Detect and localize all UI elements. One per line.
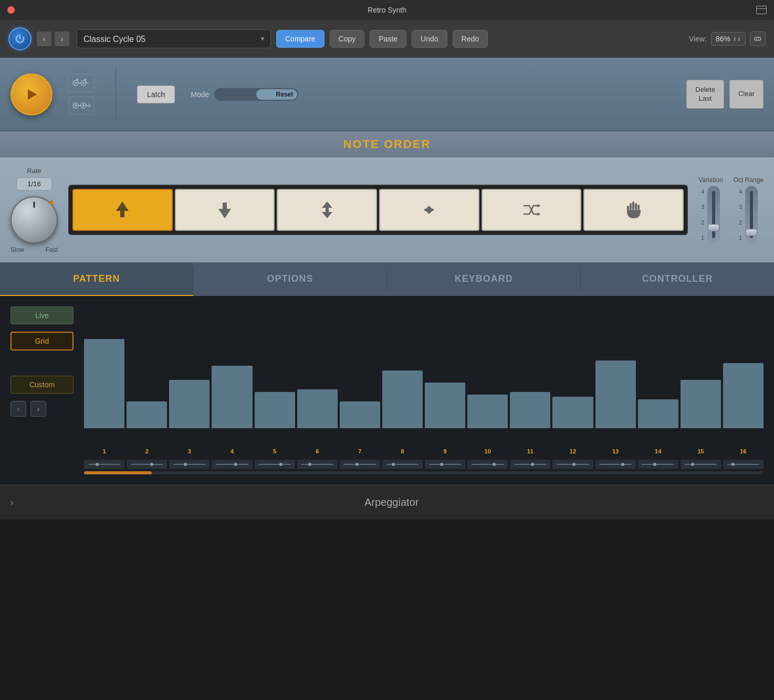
- bar-column-15[interactable]: 15: [681, 380, 721, 441]
- mini-control-5[interactable]: [255, 460, 295, 469]
- bar-column-14[interactable]: 14: [638, 399, 678, 441]
- svg-point-7: [82, 82, 85, 84]
- mini-control-16[interactable]: [723, 460, 763, 469]
- rate-knob[interactable]: [11, 196, 58, 243]
- variation-thumb[interactable]: [708, 224, 719, 231]
- tab-keyboard[interactable]: KEYBOARD: [388, 262, 581, 296]
- latch-button[interactable]: Latch: [137, 86, 175, 103]
- svg-rect-30: [632, 201, 634, 210]
- arp-icon-2-button[interactable]: [68, 97, 95, 115]
- bar-column-13[interactable]: 13: [595, 360, 636, 441]
- svg-marker-28: [537, 204, 541, 207]
- oct-range-thumb[interactable]: [746, 229, 757, 236]
- close-button[interactable]: [7, 6, 15, 14]
- note-down-button[interactable]: [175, 189, 275, 231]
- mode-slider[interactable]: Reset: [214, 88, 298, 101]
- note-updown-button[interactable]: [277, 189, 377, 231]
- bar-10: [467, 395, 508, 428]
- play-button[interactable]: [11, 73, 53, 115]
- note-compress-button[interactable]: [379, 189, 479, 231]
- redo-button[interactable]: Redo: [453, 30, 488, 48]
- mini-control-4[interactable]: [212, 460, 252, 469]
- bar-column-9[interactable]: 9: [425, 383, 465, 441]
- mini-control-11[interactable]: [510, 460, 550, 469]
- rate-label: Rate: [27, 167, 41, 175]
- bar-label-11: 11: [527, 448, 534, 454]
- bar-column-1[interactable]: 1: [84, 339, 124, 441]
- note-up-button[interactable]: [72, 189, 173, 231]
- window-title: Retro Synth: [368, 6, 406, 14]
- mini-control-3[interactable]: [169, 460, 210, 469]
- variation-slider[interactable]: [707, 186, 720, 243]
- mini-control-1[interactable]: [84, 460, 124, 469]
- bar-15: [681, 380, 721, 428]
- stepper-icon: ⬆⬇: [733, 36, 741, 42]
- svg-point-15: [82, 104, 85, 107]
- mini-control-9[interactable]: [425, 460, 465, 469]
- mini-control-13[interactable]: [595, 460, 636, 469]
- mini-control-10[interactable]: [467, 460, 508, 469]
- svg-marker-21: [218, 209, 231, 218]
- custom-button[interactable]: Custom: [11, 376, 74, 394]
- mini-control-7[interactable]: [340, 460, 380, 469]
- next-preset-button[interactable]: ›: [55, 31, 69, 46]
- svg-marker-26: [424, 206, 434, 211]
- live-button[interactable]: Live: [11, 306, 74, 324]
- clear-button[interactable]: Clear: [729, 80, 763, 109]
- mini-control-14[interactable]: [638, 460, 678, 469]
- mini-control-12[interactable]: [552, 460, 593, 469]
- pattern-prev-button[interactable]: ‹: [11, 401, 26, 417]
- bar-column-11[interactable]: 11: [510, 392, 550, 441]
- oct-range-slider[interactable]: [745, 186, 758, 243]
- oct-range-section: Oct Range 4 3 2 1: [734, 176, 763, 243]
- undo-button[interactable]: Undo: [412, 30, 447, 48]
- pattern-chart: 12345678910111213141516: [84, 306, 763, 474]
- mini-control-15[interactable]: [681, 460, 721, 469]
- note-order-title: NOTE ORDER: [343, 137, 431, 151]
- pattern-nav: ‹ ›: [11, 401, 74, 417]
- mini-control-6[interactable]: [297, 460, 338, 469]
- tab-options[interactable]: OPTIONS: [194, 262, 387, 296]
- prev-preset-button[interactable]: ‹: [37, 31, 51, 46]
- svg-rect-33: [627, 206, 629, 211]
- mini-control-2[interactable]: [127, 460, 167, 469]
- bar-column-4[interactable]: 4: [212, 366, 252, 441]
- bar-column-3[interactable]: 3: [169, 380, 210, 441]
- mode-label: Mode: [191, 90, 209, 99]
- pattern-next-button[interactable]: ›: [30, 401, 46, 417]
- copy-button[interactable]: Copy: [330, 30, 365, 48]
- bar-column-2[interactable]: 2: [127, 401, 167, 441]
- mini-control-8[interactable]: [382, 460, 423, 469]
- bar-column-6[interactable]: 6: [297, 389, 338, 441]
- bar-column-10[interactable]: 10: [467, 395, 508, 441]
- tab-pattern[interactable]: PATTERN: [0, 262, 193, 296]
- oct-range-label: Oct Range: [734, 176, 763, 184]
- delete-last-button[interactable]: DeleteLast: [686, 80, 724, 109]
- bar-column-8[interactable]: 8: [382, 370, 423, 441]
- expand-button[interactable]: [756, 6, 767, 14]
- arp-icon-1-button[interactable]: [68, 74, 95, 92]
- pattern-left-controls: Live Grid Custom ‹ ›: [11, 306, 74, 474]
- power-button[interactable]: [8, 27, 32, 50]
- view-percent[interactable]: 86% ⬆⬇: [711, 32, 746, 46]
- compare-button[interactable]: Compare: [276, 30, 325, 48]
- svg-marker-25: [322, 212, 332, 218]
- bar-column-12[interactable]: 12: [552, 397, 593, 441]
- bar-label-4: 4: [231, 448, 234, 454]
- grid-button[interactable]: Grid: [11, 332, 74, 351]
- bar-column-16[interactable]: 16: [723, 363, 763, 441]
- bar-label-3: 3: [188, 448, 191, 454]
- link-button[interactable]: [750, 31, 766, 46]
- note-shuffle-button[interactable]: [482, 189, 582, 231]
- paste-button[interactable]: Paste: [370, 30, 406, 48]
- svg-point-9: [76, 79, 78, 81]
- tab-controller[interactable]: CONTROLLER: [581, 262, 774, 296]
- bar-column-5[interactable]: 5: [255, 392, 295, 441]
- preset-dropdown[interactable]: Classic Cycle 05: [77, 29, 271, 48]
- bar-column-7[interactable]: 7: [340, 401, 380, 441]
- pattern-section: Live Grid Custom ‹ › 1234567891011121314…: [0, 296, 774, 485]
- note-hold-button[interactable]: [583, 189, 684, 231]
- bar-13: [595, 360, 636, 428]
- note-order-section: NOTE ORDER Rate 1/16 Slow Fast: [0, 131, 774, 262]
- bottom-chevron-icon[interactable]: ›: [11, 498, 13, 507]
